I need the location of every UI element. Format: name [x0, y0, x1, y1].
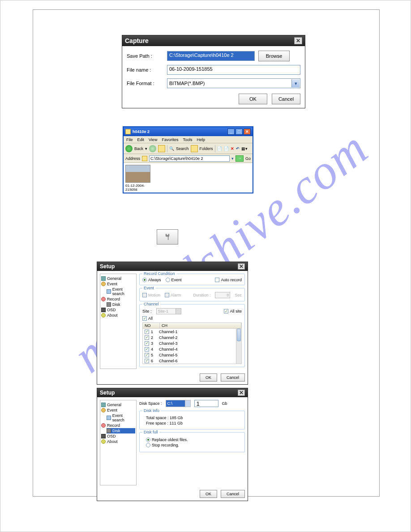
folder-icon [142, 156, 147, 161]
tree-general[interactable]: General [101, 276, 135, 281]
tree-label: OSD [107, 434, 116, 438]
table-row[interactable]: ✓5Channel-5 [143, 352, 241, 358]
setup-button[interactable] [157, 229, 178, 245]
event-group: Event Motion Alarm Duration : Sec [139, 288, 245, 301]
cancel-button[interactable]: Cancel [221, 490, 245, 498]
up-icon[interactable] [158, 145, 165, 152]
tree-label: Record [107, 297, 120, 301]
general-icon [101, 276, 106, 281]
ok-button[interactable]: OK [200, 490, 217, 498]
tree-osd[interactable]: OSD [101, 307, 135, 313]
tree-label: OSD [107, 308, 116, 312]
copy-icon[interactable]: 📄 [224, 146, 229, 151]
file-format-select[interactable]: BITMAP(*.BMP) ▾ [167, 78, 300, 88]
folders-icon[interactable] [191, 145, 198, 152]
table-row[interactable]: ✓1Channel-1 [143, 329, 241, 335]
undo-icon[interactable]: ↶ [236, 146, 240, 151]
tree-label: Disk [112, 302, 120, 307]
table-row[interactable]: ✓3Channel-3 [143, 340, 241, 346]
minimize-icon[interactable]: _ [227, 129, 235, 135]
group-title: Channel [142, 302, 160, 306]
tree-disk[interactable]: Disk [107, 302, 135, 307]
table-row[interactable]: ✓2Channel-2 [143, 335, 241, 340]
tree-osd[interactable]: OSD [101, 433, 135, 439]
tree-label: About [107, 313, 118, 317]
file-name-input[interactable]: 06-10-2009-151855 [167, 65, 300, 75]
browse-button[interactable]: Browse [258, 51, 290, 61]
ok-button[interactable]: OK [200, 373, 217, 382]
checkbox-label: Alarm [171, 293, 181, 297]
row-ch: Channel-2 [159, 335, 178, 340]
tree-record[interactable]: Record [101, 423, 135, 428]
address-input[interactable] [149, 155, 230, 162]
back-icon[interactable] [125, 145, 133, 152]
group-title: Event [142, 286, 155, 290]
tree-about[interactable]: About [101, 439, 135, 444]
all-checkbox[interactable]: ✓All [142, 316, 153, 321]
delete-icon[interactable]: ✕ [231, 146, 234, 151]
table-row[interactable]: ✓6Channel-6 [143, 358, 241, 364]
event-radio[interactable]: Event [166, 278, 182, 282]
sec-label: Sec [235, 293, 242, 297]
drive-select[interactable]: C:\ [166, 400, 191, 407]
alarm-checkbox: Alarm [165, 293, 181, 297]
chevron-down-icon[interactable] [185, 400, 190, 407]
row-checkbox[interactable]: ✓ [145, 330, 149, 334]
chevron-down-icon[interactable]: ▾ [291, 79, 300, 87]
views-icon[interactable]: ▦▾ [241, 146, 248, 151]
row-checkbox[interactable]: ✓ [145, 347, 149, 352]
forward-icon[interactable] [149, 145, 156, 152]
menu-favorites[interactable]: Favorites [162, 137, 178, 142]
tree-event-search[interactable]: Event search [107, 287, 135, 296]
tree-about[interactable]: About [101, 313, 135, 318]
close-icon[interactable]: ✕ [238, 263, 245, 270]
row-checkbox[interactable]: ✓ [145, 341, 149, 346]
total-space: Total space : 185 Gb [146, 416, 242, 420]
channel-group: Channel Site : Site-1 ✓All site ✓All NO … [139, 304, 245, 367]
search-icon[interactable]: 🔍 [169, 146, 174, 151]
menu-file[interactable]: File [126, 137, 133, 142]
ok-button[interactable]: OK [239, 94, 267, 104]
tree-event[interactable]: Event [101, 408, 135, 413]
disk-icon [107, 429, 111, 433]
table-row[interactable]: ✓4Channel-4 [143, 346, 241, 352]
always-radio[interactable]: Always [142, 278, 161, 282]
auto-record-checkbox[interactable]: Auto record [215, 278, 242, 282]
go-button[interactable]: → [235, 155, 244, 162]
close-icon[interactable]: ✕ [238, 390, 245, 396]
row-checkbox[interactable]: ✓ [145, 335, 149, 340]
chevron-down-icon[interactable]: ▾ [231, 156, 234, 161]
size-input[interactable] [194, 400, 218, 407]
menu-tools[interactable]: Tools [183, 137, 192, 142]
cancel-button[interactable]: Cancel [272, 94, 300, 104]
tree-record[interactable]: Record [101, 296, 135, 302]
menu-edit[interactable]: Edit [137, 137, 145, 142]
close-icon[interactable]: ✕ [244, 129, 251, 135]
save-path-input[interactable]: C:\Storage\Capture\h0410e 2 [167, 51, 255, 61]
back-label[interactable]: Back [134, 146, 143, 151]
menu-help[interactable]: Help [197, 137, 205, 142]
replace-radio[interactable]: Replace oldest files. [146, 438, 188, 442]
folders-label[interactable]: Folders [200, 146, 213, 151]
tree-event[interactable]: Event [101, 281, 135, 287]
tree-general[interactable]: General [101, 402, 135, 408]
disk-full-group: Disk full Replace oldest files. Stop rec… [139, 432, 245, 452]
row-checkbox[interactable]: ✓ [145, 359, 149, 363]
move-icon[interactable]: 📄 [217, 146, 222, 151]
all-site-checkbox[interactable]: ✓All site [224, 309, 242, 313]
tree-event-search[interactable]: Event search [107, 413, 135, 423]
thumbnail-caption: 01-12-2004-215058 [125, 184, 150, 192]
search-icon [107, 416, 111, 420]
menu-view[interactable]: View [149, 137, 157, 142]
close-icon[interactable]: ✕ [294, 37, 302, 44]
tree-disk[interactable]: Disk [107, 428, 135, 433]
stop-radio[interactable]: Stop recording. [146, 443, 179, 447]
cancel-button[interactable]: Cancel [221, 373, 245, 382]
file-thumbnail[interactable]: 01-12-2004-215058 [125, 165, 150, 192]
row-checkbox[interactable]: ✓ [145, 353, 149, 357]
maximize-icon[interactable]: □ [235, 129, 243, 135]
scrollbar[interactable] [236, 329, 241, 364]
search-label[interactable]: Search [176, 146, 189, 151]
tree-label: General [107, 276, 121, 281]
osd-icon [101, 434, 106, 438]
